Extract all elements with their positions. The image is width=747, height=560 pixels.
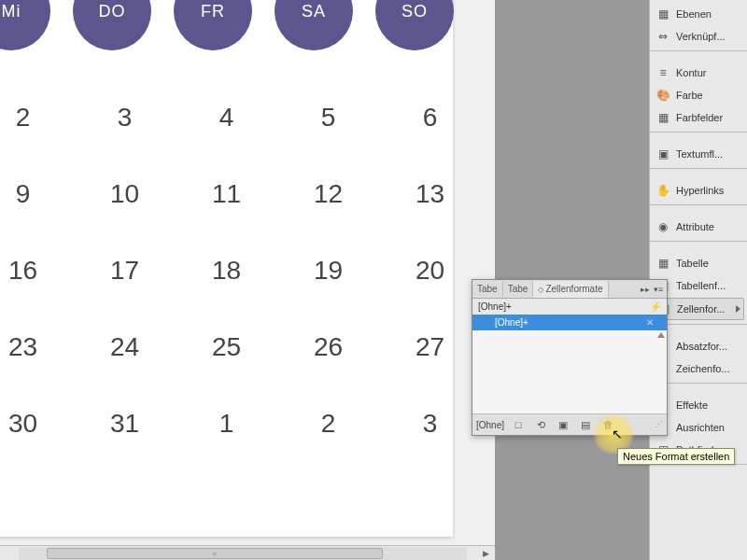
override-icon: ✕ bbox=[646, 317, 661, 328]
clear-attributes-button[interactable]: ▣ bbox=[555, 417, 571, 432]
day-header: Mi bbox=[0, 0, 50, 50]
panel-label: Ebenen bbox=[676, 8, 712, 20]
panel-item-table[interactable]: ▦Tabelle bbox=[650, 252, 747, 274]
panel-tab-label: Zellenformate bbox=[545, 284, 602, 294]
swatches-icon: ▦ bbox=[655, 110, 670, 125]
calendar-header: Mi DO FR SA SO bbox=[0, 2, 481, 52]
layers-icon: ▦ bbox=[655, 7, 670, 21]
clear-overrides-button[interactable]: ⟲ bbox=[532, 417, 549, 432]
date-cell: 17 bbox=[74, 237, 176, 314]
attributes-icon: ◉ bbox=[655, 219, 670, 234]
scroll-arrow-right-icon[interactable]: ▶ bbox=[483, 549, 492, 558]
date-cell: 4 bbox=[176, 84, 277, 161]
panel-label: Hyperlinks bbox=[676, 185, 724, 196]
date-cell: 2 bbox=[0, 84, 74, 161]
tooltip: Neues Format erstellen bbox=[617, 448, 735, 465]
collapse-icon[interactable]: ▸▸ bbox=[641, 285, 650, 294]
date-cell: 20 bbox=[379, 237, 481, 314]
stroke-icon: ≡ bbox=[655, 65, 670, 80]
palette-icon: 🎨 bbox=[655, 88, 670, 103]
date-cell: 25 bbox=[176, 314, 277, 390]
grip-icon: ≡ bbox=[212, 551, 217, 557]
date-cell: 3 bbox=[74, 84, 176, 161]
panel-item-hyperlinks[interactable]: ✋Hyperlinks bbox=[650, 179, 747, 202]
panel-label: Farbe bbox=[676, 90, 703, 101]
panel-item-color[interactable]: 🎨Farbe bbox=[650, 84, 747, 106]
panel-label: Kontur bbox=[676, 67, 706, 78]
date-cell: 18 bbox=[176, 237, 277, 314]
date-cell: 23 bbox=[0, 314, 74, 390]
date-cell: 27 bbox=[379, 314, 481, 390]
quick-apply-icon[interactable]: ⚡ bbox=[650, 301, 661, 312]
date-cell: 1 bbox=[176, 390, 277, 467]
panel-tab-active[interactable]: ◇Zellenformate bbox=[533, 281, 608, 298]
panel-label: Ausrichten bbox=[676, 422, 725, 433]
links-icon: ⇔ bbox=[655, 29, 670, 44]
canvas-area[interactable]: Mi DO FR SA SO 2 3 4 5 6 9 10 11 12 13 1… bbox=[0, 0, 495, 555]
date-cell: 31 bbox=[74, 390, 176, 467]
panel-label: Attribute bbox=[676, 221, 714, 232]
panel-label: Textumfl... bbox=[676, 148, 723, 160]
date-cell: 24 bbox=[74, 314, 176, 390]
date-cell: 26 bbox=[277, 314, 379, 390]
panel-tab[interactable]: Tabe bbox=[472, 281, 503, 297]
date-cell: 12 bbox=[277, 161, 379, 237]
new-style-button[interactable]: ▤ bbox=[577, 417, 594, 432]
style-list-body[interactable] bbox=[472, 330, 667, 414]
panel-label: Tabelle bbox=[676, 258, 709, 269]
panel-label: Zellenfor... bbox=[677, 303, 725, 315]
panel-item-layers[interactable]: ▦Ebenen bbox=[650, 3, 747, 25]
panel-item-textwrap[interactable]: ▣Textumfl... bbox=[650, 143, 747, 165]
panel-item-attributes[interactable]: ◉Attribute bbox=[650, 216, 747, 238]
panel-label: Absatzfor... bbox=[676, 341, 727, 352]
resize-grip-icon[interactable]: ⋰ bbox=[655, 420, 663, 429]
panel-item-stroke[interactable]: ≡Kontur bbox=[650, 62, 747, 84]
scroll-thumb[interactable]: ≡ bbox=[47, 548, 383, 559]
day-header: DO bbox=[73, 0, 151, 50]
style-row-none-selected[interactable]: [Ohne]+ ✕ bbox=[472, 315, 667, 330]
textwrap-icon: ▣ bbox=[655, 147, 670, 161]
delete-button[interactable]: 🗑 bbox=[599, 417, 616, 432]
cell-styles-panel[interactable]: Tabe Tabe ◇Zellenformate ▸▸ ▾≡ [Ohne]+ ⚡… bbox=[472, 279, 668, 436]
panel-item-swatches[interactable]: ▦Farbfelder bbox=[650, 106, 747, 129]
panel-label: Effekte bbox=[676, 399, 708, 411]
panel-label: Verknüpf... bbox=[676, 31, 726, 42]
arrow-right-icon bbox=[736, 305, 740, 313]
scroll-up-icon[interactable] bbox=[657, 332, 665, 338]
date-cell: 9 bbox=[0, 161, 74, 237]
new-group-button[interactable]: □ bbox=[510, 417, 527, 432]
date-cell: 2 bbox=[277, 390, 379, 467]
panel-item-links[interactable]: ⇔Verknüpf... bbox=[650, 25, 747, 48]
panel-tab[interactable]: Tabe bbox=[503, 281, 534, 297]
date-cell: 19 bbox=[277, 237, 379, 314]
date-cell: 13 bbox=[379, 161, 481, 237]
date-cell: 3 bbox=[379, 390, 481, 467]
panel-label: Zeichenfo... bbox=[676, 363, 729, 374]
panel-footer: [Ohne] □ ⟲ ▣ ▤ 🗑 ⋰ bbox=[472, 414, 667, 435]
style-name: [Ohne]+ bbox=[495, 317, 529, 328]
day-header: SA bbox=[275, 0, 353, 50]
date-cell: 16 bbox=[0, 237, 74, 314]
horizontal-scrollbar[interactable]: ≡ ▶ bbox=[0, 545, 495, 560]
hyperlinks-icon: ✋ bbox=[655, 183, 670, 198]
link-icon: ◇ bbox=[538, 286, 543, 294]
style-row-none-root[interactable]: [Ohne]+ ⚡ bbox=[472, 299, 667, 315]
panel-tabs: Tabe Tabe ◇Zellenformate ▸▸ ▾≡ bbox=[472, 280, 667, 299]
date-cell: 30 bbox=[0, 390, 74, 467]
date-cell: 10 bbox=[74, 161, 176, 237]
panel-label: Tabellenf... bbox=[676, 280, 726, 291]
table-icon: ▦ bbox=[655, 256, 670, 271]
panel-menu-icon[interactable]: ▾≡ bbox=[654, 285, 663, 294]
date-cell: 11 bbox=[176, 161, 277, 237]
applied-style-label: [Ohne] bbox=[476, 420, 504, 430]
panel-label: Farbfelder bbox=[676, 112, 723, 123]
calendar-grid: 2 3 4 5 6 9 10 11 12 13 16 17 18 19 20 2… bbox=[0, 84, 481, 467]
date-cell: 5 bbox=[277, 84, 379, 161]
date-cell: 6 bbox=[379, 84, 481, 161]
day-header: SO bbox=[375, 0, 454, 50]
day-header: FR bbox=[174, 0, 252, 50]
style-name: [Ohne]+ bbox=[478, 301, 512, 312]
